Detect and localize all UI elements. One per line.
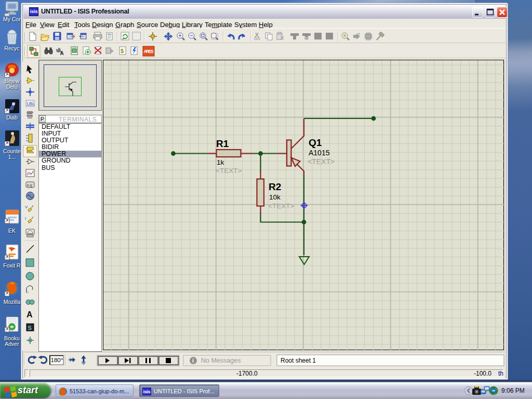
svg-text:10k: 10k <box>269 193 281 201</box>
svg-text:V: V <box>25 205 28 209</box>
svg-text:<TEXT>: <TEXT> <box>308 157 335 166</box>
svg-text:ARES: ARES <box>144 49 154 54</box>
svg-text:I: I <box>25 216 26 221</box>
svg-text:isis: isis <box>143 389 151 394</box>
svg-text:A: A <box>60 50 64 56</box>
svg-text:R1: R1 <box>216 138 229 149</box>
svg-text:1k: 1k <box>217 158 224 166</box>
svg-text:Q1: Q1 <box>309 137 322 148</box>
svg-text:i: i <box>192 358 194 364</box>
svg-text:Root sheet 1: Root sheet 1 <box>281 357 316 364</box>
svg-text:$: $ <box>121 48 124 54</box>
svg-text:<TEXT>: <TEXT> <box>268 202 294 210</box>
svg-text:R2: R2 <box>269 181 281 192</box>
svg-text:S: S <box>28 325 32 331</box>
svg-text:A: A <box>26 310 33 319</box>
svg-text:No Messages: No Messages <box>201 357 241 364</box>
svg-text:LBL: LBL <box>27 101 35 107</box>
svg-text:180°: 180° <box>51 357 63 363</box>
svg-text:A1015: A1015 <box>309 149 330 157</box>
svg-text:<TEXT>: <TEXT> <box>216 167 242 175</box>
svg-text:e.g: e.g <box>27 183 32 188</box>
